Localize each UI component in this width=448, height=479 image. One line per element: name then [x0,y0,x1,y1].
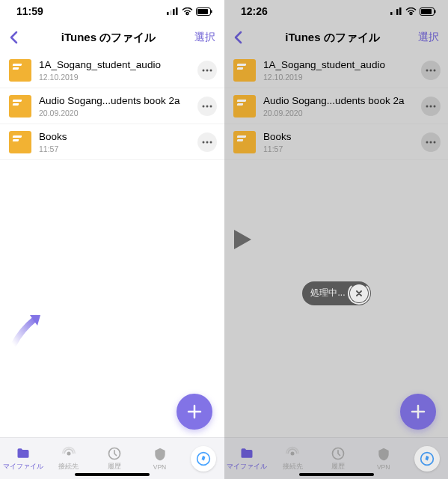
svg-point-11 [206,105,209,107]
svg-rect-0 [167,12,169,15]
battery-icon [196,7,212,16]
svg-point-27 [430,69,432,71]
dots-icon [426,69,436,72]
file-name: Books [263,130,421,144]
folder-icon [233,59,256,82]
more-button[interactable] [421,97,441,116]
svg-rect-3 [176,7,178,15]
status-indicators [390,7,436,16]
file-date: 12.10.2019 [263,73,421,82]
status-time: 11:59 [16,5,43,17]
file-row[interactable]: Books 11:57 [224,124,448,160]
tab-label: マイファイル [3,463,43,472]
svg-point-8 [206,69,209,71]
processing-toast: 処理中... [301,281,370,305]
svg-point-32 [426,141,429,143]
file-date: 12.10.2019 [39,73,197,82]
battery-icon [420,7,436,16]
folder-tab-icon [239,446,254,461]
plus-icon [186,403,203,420]
status-indicators [167,7,212,16]
file-name: Audio Sogang...udents book 2a [263,94,421,108]
file-info: Books 11:57 [39,130,197,153]
home-indicator[interactable] [75,473,150,476]
history-tab-icon [107,446,122,461]
folder-icon [233,95,256,118]
tab-browser[interactable] [406,438,448,479]
tab-label: VPN [377,463,390,471]
file-row[interactable]: Audio Sogang...udents book 2a 20.09.2020 [224,88,448,124]
signal-icon [167,7,179,15]
tab-label: VPN [153,463,166,471]
svg-point-29 [426,105,429,107]
svg-point-33 [430,141,432,143]
connect-tab-icon [61,446,76,461]
add-fab[interactable] [400,394,436,430]
folder-tab-icon [16,446,31,461]
svg-point-13 [203,141,205,143]
more-button[interactable] [197,97,217,116]
dots-icon [202,69,212,72]
chevron-left-icon [9,31,18,44]
plus-icon [410,403,426,420]
file-info: Audio Sogang...udents book 2a 20.09.2020 [263,94,421,118]
tab-files[interactable]: マイファイル [224,438,270,479]
more-button[interactable] [197,61,217,80]
more-button[interactable] [421,61,441,80]
tab-label: 接続先 [58,463,79,472]
folder-icon [233,131,256,153]
nav-title: iTunes のファイル [31,31,185,45]
folder-icon [9,59,31,82]
svg-rect-5 [197,9,208,14]
content-area: 処理中... [224,160,448,437]
folder-icon [9,95,31,118]
tab-browser[interactable] [182,438,224,479]
back-button[interactable] [233,31,256,44]
file-date: 11:57 [263,144,421,153]
svg-rect-2 [173,9,175,15]
tab-label: マイファイル [227,463,267,472]
svg-point-15 [210,141,212,143]
svg-rect-6 [211,10,212,13]
wifi-icon [405,7,417,16]
file-row[interactable]: 1A_Sogang_student_audio 12.10.2019 [224,52,448,88]
file-row[interactable]: 1A_Sogang_student_audio 12.10.2019 [0,52,224,88]
content-area [0,160,224,437]
phone-left: 11:59 iTunes のファイル 選択 1A_Sogang_student_… [0,0,224,479]
svg-point-31 [434,105,436,107]
toast-cancel-button[interactable] [350,284,368,302]
signal-icon [390,7,402,15]
more-button[interactable] [197,132,217,152]
file-date: 11:57 [39,144,197,153]
chevron-left-icon [233,31,242,44]
file-name: Audio Sogang...udents book 2a [39,94,197,108]
nav-title: iTunes のファイル [256,31,409,45]
folder-icon [9,131,31,153]
home-indicator[interactable] [299,473,374,476]
svg-rect-19 [390,12,393,15]
file-info: 1A_Sogang_student_audio 12.10.2019 [39,58,197,82]
file-list: 1A_Sogang_student_audio 12.10.2019 Audio… [0,52,224,160]
svg-point-7 [203,69,205,71]
add-fab[interactable] [177,394,212,430]
svg-point-34 [434,141,436,143]
status-bar: 11:59 [0,0,224,22]
svg-point-26 [426,69,429,71]
back-button[interactable] [9,31,31,44]
select-button[interactable]: 選択 [409,31,439,44]
vpn-tab-icon [153,447,168,462]
wifi-icon [182,7,193,16]
file-row[interactable]: Audio Sogang...udents book 2a 20.09.2020 [0,88,224,124]
more-button[interactable] [421,132,441,152]
toast-text: 処理中... [310,287,345,299]
select-button[interactable]: 選択 [185,31,215,44]
tab-files[interactable]: マイファイル [0,438,46,479]
svg-point-28 [434,69,436,71]
connect-tab-icon [285,446,300,461]
svg-point-14 [206,141,209,143]
file-name: Books [39,130,197,144]
status-bar: 12:26 [224,0,448,22]
svg-rect-1 [170,10,172,15]
file-info: Audio Sogang...udents book 2a 20.09.2020 [39,94,197,118]
file-row[interactable]: Books 11:57 [0,124,224,160]
